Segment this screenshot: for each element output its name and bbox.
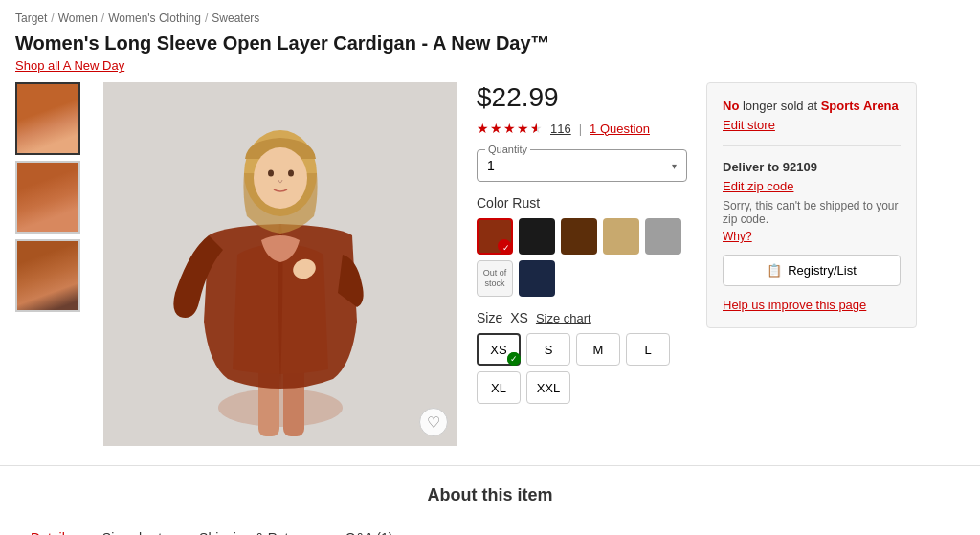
qa-link[interactable]: 1 Question: [590, 122, 650, 136]
svg-point-1: [218, 389, 343, 427]
about-section: About this item Details Size charts Ship…: [0, 465, 980, 535]
breadcrumb-sep-1: /: [51, 11, 54, 25]
about-title: About this item: [0, 485, 980, 505]
color-selected-value: Rust: [512, 195, 540, 211]
color-swatch-gray[interactable]: [645, 218, 681, 255]
color-label-text: Color: [477, 195, 512, 211]
tabs-row: Details Size charts Shipping & Returns Q…: [0, 521, 980, 535]
thumbnail-1[interactable]: [15, 82, 80, 155]
color-swatch-navy[interactable]: [519, 260, 555, 297]
svg-point-6: [268, 170, 274, 177]
size-label-text: Size: [477, 310, 502, 325]
star-4: ★: [517, 121, 529, 136]
no-stock-text: longer sold at: [743, 99, 821, 113]
size-button-s[interactable]: S: [526, 333, 570, 366]
why-link[interactable]: Why?: [723, 230, 752, 243]
registry-icon: 📋: [767, 263, 782, 278]
size-buttons: XS ✓ S M L XL XXL: [477, 333, 687, 404]
thumbnail-2[interactable]: [15, 161, 80, 234]
star-1: ★: [477, 121, 489, 136]
svg-point-5: [254, 147, 307, 209]
breadcrumb-sep-3: /: [205, 11, 208, 25]
shipping-sorry-text: Sorry, this can't be shipped to your zip…: [723, 199, 901, 226]
color-label: Color Rust: [477, 195, 687, 211]
size-label-row: Size XS Size chart: [477, 310, 687, 325]
tab-size-charts[interactable]: Size charts: [87, 521, 184, 535]
color-swatch-black[interactable]: [519, 218, 555, 255]
breadcrumb-clothing[interactable]: Women's Clothing: [108, 11, 201, 25]
size-button-xs[interactable]: XS ✓: [477, 333, 521, 366]
product-image-svg: [103, 82, 457, 446]
size-button-m[interactable]: M: [576, 333, 620, 366]
color-swatches: ✓ Out of stock: [477, 218, 687, 297]
tab-shipping-returns[interactable]: Shipping & Returns: [184, 521, 330, 535]
star-2: ★: [490, 121, 502, 136]
breadcrumb: Target / Women / Women's Clothing / Swea…: [0, 0, 980, 29]
quantity-label: Quantity: [485, 144, 530, 155]
rating-count[interactable]: 116: [550, 122, 571, 136]
panel-divider-1: [723, 145, 901, 146]
quantity-select[interactable]: 1 2 3 4: [487, 158, 677, 173]
size-chart-link[interactable]: Size chart: [536, 311, 591, 325]
no-stock-message: No longer sold at Sports Arena: [723, 99, 901, 113]
quantity-selector: Quantity 1 2 3 4 ▾: [477, 149, 687, 182]
breadcrumb-sep-2: /: [101, 11, 104, 25]
improve-page-link[interactable]: Help us improve this page: [723, 298, 901, 312]
size-selected-value: XS: [510, 310, 528, 325]
size-button-xxl[interactable]: XXL: [526, 371, 570, 404]
breadcrumb-sweaters[interactable]: Sweaters: [212, 11, 259, 25]
store-panel: No longer sold at Sports Arena Edit stor…: [706, 82, 917, 328]
thumbnail-3[interactable]: [15, 239, 80, 312]
product-title: Women's Long Sleeve Open Layer Cardigan …: [0, 29, 980, 56]
shop-all-link[interactable]: Shop all A New Day: [0, 56, 140, 82]
edit-store-link[interactable]: Edit store: [723, 118, 775, 132]
breadcrumb-women[interactable]: Women: [58, 11, 98, 25]
heart-icon: ♡: [427, 413, 440, 432]
main-product-image: ♡: [103, 82, 457, 446]
size-button-l[interactable]: L: [626, 333, 670, 366]
main-content: ♡ $22.99 ★ ★ ★ ★ ★★ 116 | 1 Question Qua…: [0, 82, 980, 446]
size-button-xl[interactable]: XL: [477, 371, 521, 404]
no-text: No: [723, 99, 739, 113]
svg-point-7: [288, 170, 294, 177]
product-price: $22.99: [477, 82, 687, 113]
deliver-to-label: Deliver to 92109: [723, 160, 901, 174]
star-3: ★: [503, 121, 516, 136]
color-swatch-oos[interactable]: Out of stock: [477, 260, 513, 297]
color-swatch-rust[interactable]: ✓: [477, 218, 513, 255]
registry-button-label: Registry/List: [788, 263, 857, 278]
tab-details[interactable]: Details: [15, 521, 87, 535]
edit-zip-link[interactable]: Edit zip code: [723, 179, 793, 193]
product-info-panel: $22.99 ★ ★ ★ ★ ★★ 116 | 1 Question Quant…: [477, 82, 687, 446]
tab-qa[interactable]: Q&A (1): [330, 521, 409, 535]
color-swatch-brown[interactable]: [561, 218, 597, 255]
color-swatch-tan[interactable]: [603, 218, 639, 255]
store-name: Sports Arena: [821, 99, 899, 113]
rating-row: ★ ★ ★ ★ ★★ 116 | 1 Question: [477, 121, 687, 136]
wishlist-button[interactable]: ♡: [419, 408, 448, 436]
star-5: ★★: [530, 121, 543, 136]
registry-button[interactable]: 📋 Registry/List: [723, 255, 901, 286]
thumbnail-column: [15, 82, 84, 446]
breadcrumb-target[interactable]: Target: [15, 11, 47, 25]
star-rating: ★ ★ ★ ★ ★★: [477, 121, 543, 136]
rating-sep: |: [579, 122, 582, 136]
